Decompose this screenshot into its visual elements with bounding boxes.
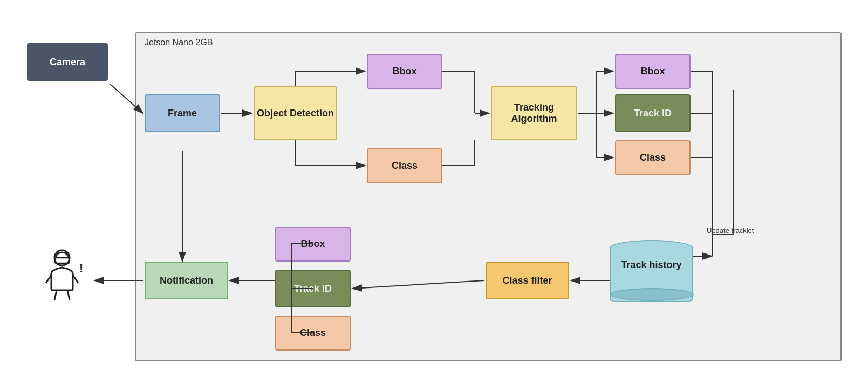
cylinder-body bbox=[610, 248, 693, 302]
class-top-right-label: Class bbox=[392, 160, 418, 172]
track-history-label: Track history bbox=[610, 259, 693, 271]
bbox-bottom-left-label: Bbox bbox=[301, 238, 325, 250]
person-icon: ! bbox=[40, 248, 84, 311]
bbox-bottom-left-box: Bbox bbox=[275, 227, 351, 262]
object-detection-label: Object Detection bbox=[257, 108, 334, 119]
svg-rect-1 bbox=[55, 258, 69, 263]
class-bottom-left-label: Class bbox=[300, 327, 326, 339]
class-filter-box: Class filter bbox=[486, 262, 569, 299]
tracking-algorithm-label: Tracking Algorithm bbox=[492, 102, 576, 125]
bbox-top-right-label: Bbox bbox=[393, 66, 417, 77]
bbox-far-right-label: Bbox bbox=[641, 66, 665, 77]
track-history-box: Track history bbox=[610, 240, 693, 310]
class-filter-label: Class filter bbox=[502, 275, 552, 286]
bbox-top-right-box: Bbox bbox=[367, 54, 442, 89]
cylinder-bottom-ellipse bbox=[610, 288, 694, 301]
class-far-right-label: Class bbox=[640, 152, 666, 163]
camera-label: Camera bbox=[50, 57, 85, 68]
camera-box: Camera bbox=[27, 43, 108, 81]
trackid-bottom-left-box: Track ID bbox=[275, 270, 351, 307]
update-tracklet-label: Update tracklet bbox=[707, 227, 754, 235]
svg-line-2 bbox=[54, 290, 57, 300]
bbox-far-right-box: Bbox bbox=[615, 54, 691, 89]
class-top-right-box: Class bbox=[367, 148, 442, 183]
frame-label: Frame bbox=[168, 108, 197, 119]
trackid-far-right-label: Track ID bbox=[634, 108, 672, 119]
jetson-label: Jetson Nano 2GB bbox=[145, 38, 213, 47]
notification-box: Notification bbox=[145, 262, 228, 299]
class-bottom-left-box: Class bbox=[275, 316, 351, 351]
diagram-container: Jetson Nano 2GB Camera Frame Object Dete… bbox=[11, 11, 858, 373]
svg-line-3 bbox=[67, 290, 70, 300]
frame-box: Frame bbox=[145, 94, 220, 132]
object-detection-box: Object Detection bbox=[254, 86, 337, 140]
tracking-algorithm-box: Tracking Algorithm bbox=[491, 86, 577, 140]
notification-label: Notification bbox=[160, 275, 213, 286]
svg-text:!: ! bbox=[79, 262, 83, 275]
trackid-bottom-left-label: Track ID bbox=[294, 283, 332, 294]
trackid-far-right-box: Track ID bbox=[615, 94, 691, 132]
class-far-right-box: Class bbox=[615, 140, 691, 175]
jetson-box: Jetson Nano 2GB bbox=[135, 32, 842, 361]
